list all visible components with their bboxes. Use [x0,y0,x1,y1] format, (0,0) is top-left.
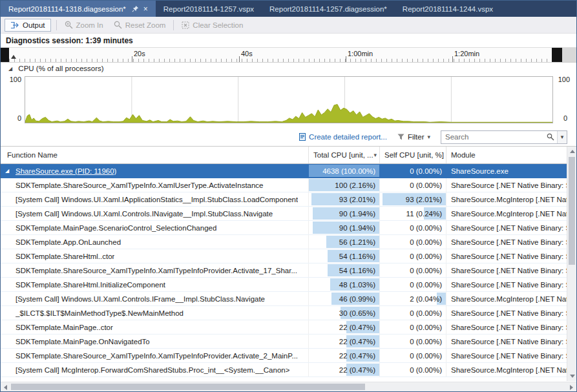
reset-zoom-icon [114,21,122,29]
total-cpu-value: 22 (0.47%) [339,363,375,377]
table-row[interactable]: SDKTemplate.ShareSource_XamlTypeInfo.Xam… [1,263,576,278]
tab-label: Report20181114-1244.vspx [403,5,493,13]
total-cpu-value: 22 (0.47%) [339,335,375,348]
document-tab[interactable]: Report20181114-1257.vspx [156,1,262,17]
toolbar-separator [56,20,57,30]
table-row[interactable]: [System Call] Windows.UI.Xaml.Controls.I… [1,292,576,306]
self-cpu-value: 0 (0.00%) [410,306,442,320]
total-cpu-cell: 90 (1.94%) [309,207,380,220]
column-header-label: Module [451,151,476,159]
column-header[interactable]: Total CPU [unit, ...▾ [309,147,380,163]
table-row[interactable]: [System Call] Windows.UI.Xaml.Controls.I… [1,207,576,221]
horizontal-scrollbar-thumb[interactable] [11,384,365,390]
module-cell: ShareSource [.NET Native Binary: S [446,335,576,348]
module-name: ShareSource.exe [451,167,509,175]
expander-icon[interactable]: ◢ [5,164,16,178]
function-name-cell: SDKTemplate.ShareSource_XamlTypeInfo.Xam… [1,349,309,362]
zoom-in-button[interactable]: Zoom In [59,19,109,31]
tab-label: Report20181114-1318.diagsession* [8,5,126,13]
search-dropdown-button[interactable]: ▾ [557,131,567,143]
total-cpu-value: 46 (0.99%) [339,292,375,305]
filter-icon [397,134,404,140]
timeline-left-handle[interactable] [1,48,9,62]
table-row[interactable]: SDKTemplate.ShareHtml.InitializeComponen… [1,278,576,292]
self-cpu-value: 0 (0.00%) [410,335,442,348]
function-name-cell: SDKTemplate.MainPage..ctor [1,320,309,334]
filter-button[interactable]: Filter ▾ [397,133,430,141]
filter-label: Filter [408,133,425,141]
table-row[interactable]: SDKTemplate.ShareSource_XamlTypeInfo.Xam… [1,178,576,192]
module-name: ShareSource [.NET Native Binary: S [451,181,571,189]
create-detailed-report-link[interactable]: Create detailed report... [299,133,387,141]
scroll-down-button[interactable] [567,371,577,381]
cpu-graph: 100 0 100 0 [1,75,576,127]
close-icon[interactable]: × [143,5,148,13]
table-row[interactable]: ◢ShareSource.exe (PID: 11960)4638 (100.0… [1,164,576,178]
total-cpu-cell: 56 (1.21%) [309,235,380,249]
module-name: ShareSource.McgInterop [.NET Nat [451,196,568,203]
self-cpu-cell: 0 (0.00%) [380,235,446,249]
filter-dropdown-icon: ▾ [427,134,430,140]
table-row[interactable]: SDKTemplate.ShareHtml..ctor54 (1.16%)0 (… [1,249,576,263]
self-cpu-value: 0 (0.00%) [410,178,442,192]
table-row[interactable]: SDKTemplate.App.OnLaunched56 (1.21%)0 (0… [1,235,576,249]
search-input[interactable] [441,133,544,141]
module-name: ShareSource.McgInterop [.NET Nat [451,366,568,374]
module-cell: ShareSource [.NET Native Binary: S [446,349,576,362]
tab-bar: Report20181114-1318.diagsession*×Report2… [1,1,576,17]
function-name-cell: [System Call] Windows.UI.Xaml.Controls.I… [1,292,309,305]
total-cpu-value: 22 (0.47%) [339,349,375,362]
total-cpu-cell: 4638 (100.00%) [309,164,380,178]
self-cpu-cell: 0 (0.00%) [380,221,446,234]
timeline-ruler[interactable]: 20s40s1:00min1:20min [1,48,576,63]
function-name: [System Call] Windows.UI.Xaml.Controls.I… [16,207,273,220]
scroll-left-button[interactable] [1,382,10,392]
scroll-up-button[interactable] [567,147,577,156]
horizontal-scrollbar[interactable] [1,382,576,391]
clear-selection-button[interactable]: Clear Selection [176,19,248,31]
pin-icon[interactable] [132,5,139,12]
table-row[interactable]: [System Call] Windows.UI.Xaml.IApplicati… [1,192,576,207]
table-row[interactable]: [System Call] McgInterop.ForwardComShare… [1,363,576,377]
scroll-right-button[interactable] [567,382,576,392]
cpu-plot[interactable] [25,76,553,123]
timeline-tick-mark [452,56,453,62]
module-cell: ShareSource [.NET Native Binary: S [446,320,576,334]
document-tab[interactable]: Report20181114-1257.diagsession* [262,1,395,17]
function-name: SDKTemplate.ShareSource_XamlTypeInfo.Xam… [16,178,264,192]
table-row[interactable]: _$ILCT$.$ILT$MainMethodType$.NewMainMeth… [1,306,576,320]
report-icon [299,133,306,141]
self-cpu-value: 93 (2.01%) [406,192,442,206]
table-row[interactable]: SDKTemplate.MainPage.OnNavigatedTo22 (0.… [1,335,576,349]
column-header[interactable]: Self CPU [unit, %] [380,147,446,163]
function-name-cell: ◢ShareSource.exe (PID: 11960) [1,164,309,178]
column-header[interactable]: Function Name [1,147,309,163]
document-tab[interactable]: Report20181114-1244.vspx [395,1,501,17]
self-cpu-value: 0 (0.00%) [410,363,442,377]
timeline-tick-label: 1:00min [348,50,373,57]
vertical-scrollbar-thumb[interactable] [569,157,575,265]
module-name: ShareSource [.NET Native Binary: S [451,324,571,331]
module-cell: ShareSource [.NET Native Binary: S [446,178,576,192]
function-name-cell: SDKTemplate.MainPage.ScenarioControl_Sel… [1,221,309,234]
output-button[interactable]: Output [5,19,51,32]
vertical-scrollbar[interactable] [567,147,576,381]
table-row[interactable]: SDKTemplate.ShareSource_XamlTypeInfo.Xam… [1,349,576,363]
session-start-marker [11,55,16,59]
search-icon[interactable] [544,133,557,141]
document-tab-active[interactable]: Report20181114-1318.diagsession*× [1,1,156,17]
total-cpu-cell: 22 (0.47%) [309,363,380,377]
table-row[interactable]: SDKTemplate.MainPage..ctor22 (0.47%)0 (0… [1,320,576,335]
table-row[interactable]: SDKTemplate.MainPage.ScenarioControl_Sel… [1,221,576,235]
total-cpu-cell: 30 (0.65%) [309,306,380,320]
total-cpu-cell: 54 (1.16%) [309,263,380,277]
clear-selection-icon [182,21,189,29]
cpu-graph-header[interactable]: ◢ CPU (% of all processors) [1,63,576,75]
column-header[interactable]: Module [446,147,576,163]
reset-zoom-button[interactable]: Reset Zoom [109,19,171,31]
toolbar: Output Zoom In Reset Zoom Clear Selectio… [1,17,576,34]
column-dropdown-icon[interactable]: ▾ [373,152,377,158]
reset-zoom-label: Reset Zoom [125,21,166,29]
self-cpu-value: 0 (0.00%) [410,221,442,234]
timeline-right-handle[interactable] [552,48,562,62]
